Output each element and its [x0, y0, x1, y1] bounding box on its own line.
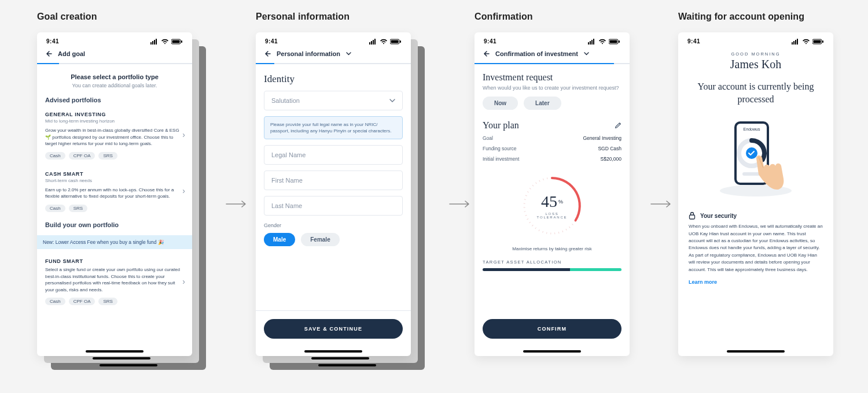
svg-rect-25	[797, 39, 798, 45]
allocation-bar	[483, 268, 621, 271]
salutation-select[interactable]: Salutation	[264, 91, 403, 110]
svg-rect-16	[591, 40, 593, 45]
header-personal-info: Personal information	[256, 47, 411, 63]
tag-cpfoa: CPF OA	[69, 152, 95, 160]
back-arrow-icon[interactable]	[45, 50, 52, 57]
portfolio-body: Earn up to 2.0% per annum with no lock-u…	[45, 187, 184, 200]
last-name-input[interactable]: Last Name	[264, 196, 403, 216]
invest-request-title: Investment request	[483, 72, 621, 83]
kv-src-val: SGD Cash	[598, 146, 621, 151]
svg-rect-23	[793, 41, 795, 45]
timing-later-chip[interactable]: Later	[524, 97, 561, 110]
svg-rect-8	[371, 41, 372, 45]
portfolio-title: CASH SMART	[45, 171, 184, 177]
back-arrow-icon[interactable]	[483, 50, 490, 57]
back-arrow-icon[interactable]	[264, 50, 271, 57]
portfolio-subtitle: Mid to long-term investing horizon	[45, 118, 184, 124]
status-time: 9:41	[46, 38, 59, 45]
svg-rect-3	[156, 39, 157, 45]
portfolio-title: GENERAL INVESTING	[45, 112, 184, 117]
step-label-info: Personal information	[256, 12, 427, 22]
portfolio-body: Select a single fund or create your own …	[45, 266, 184, 293]
processing-text: Your account is currently being processe…	[689, 80, 823, 105]
home-indicator	[523, 350, 581, 353]
phone-goal: 9:41 Add goal Please select a portfolio …	[37, 32, 192, 356]
battery-icon	[812, 39, 824, 45]
chevron-down-icon	[389, 99, 395, 102]
status-time: 9:41	[265, 38, 278, 45]
header-addgoal: Add goal	[37, 47, 192, 63]
tag-cash: Cash	[45, 205, 65, 212]
svg-rect-2	[154, 40, 155, 45]
svg-rect-28	[822, 40, 823, 43]
header-confirmation: Confirmation of investment	[475, 47, 630, 63]
chevron-down-icon[interactable]	[346, 52, 351, 55]
step-label-confirmation: Confirmation	[475, 12, 631, 22]
portfolio-cash-smart[interactable]: CASH SMART Short-term cash needs Earn up…	[45, 166, 184, 216]
salutation-placeholder: Salutation	[271, 97, 300, 104]
kv-goal-key: Goal	[483, 135, 493, 141]
home-indicator	[86, 350, 144, 353]
byo-label: Build your own portfolio	[45, 221, 184, 228]
edit-pencil-icon[interactable]	[615, 122, 621, 129]
flow-arrow-icon	[650, 200, 672, 208]
svg-rect-20	[619, 40, 620, 43]
identity-title: Identity	[264, 73, 403, 85]
legal-name-input[interactable]: Legal Name	[264, 145, 403, 165]
portfolio-fund-smart[interactable]: FUND SMART Select a single fund or creat…	[45, 254, 184, 309]
kv-init-key: Initial investment	[483, 156, 519, 162]
svg-rect-5	[172, 40, 180, 43]
portfolio-general-investing[interactable]: GENERAL INVESTING Mid to long-term inves…	[45, 107, 184, 163]
gender-male-chip[interactable]: Male	[264, 233, 295, 246]
chevron-down-icon[interactable]	[584, 52, 589, 55]
header-title: Add goal	[58, 50, 85, 57]
tag-cash: Cash	[45, 298, 65, 305]
svg-rect-17	[593, 39, 594, 45]
step-label-goal: Goal creation	[37, 12, 208, 22]
svg-rect-6	[181, 40, 182, 43]
learn-more-link[interactable]: Learn more	[689, 279, 823, 285]
allocation-label: TARGET ASSET ALLOCATION	[483, 259, 621, 265]
svg-rect-10	[374, 39, 376, 45]
invest-request-sub: When would you like us to create your in…	[483, 85, 621, 91]
confirm-button[interactable]: CONFIRM	[483, 319, 621, 339]
maximise-text: Maximise returns by taking greater risk	[483, 246, 621, 251]
phone-illustration: Endowus	[689, 117, 823, 198]
kv-init-val: S$20,000	[601, 156, 621, 162]
signal-icon	[792, 39, 800, 45]
status-bar: 9:41	[256, 32, 411, 47]
gauge-value: 45	[541, 192, 557, 210]
tag-srs: SRS	[98, 298, 117, 305]
lock-icon	[689, 212, 696, 220]
kv-goal-val: General Investing	[583, 135, 621, 141]
first-name-input[interactable]: First Name	[264, 170, 403, 190]
svg-rect-22	[792, 42, 793, 45]
status-time: 9:41	[687, 38, 700, 45]
wifi-icon	[161, 39, 169, 45]
save-continue-button[interactable]: SAVE & CONTINUE	[264, 319, 403, 339]
timing-now-chip[interactable]: Now	[483, 97, 518, 110]
signal-icon	[369, 39, 377, 45]
step-label-waiting: Waiting for account opening	[678, 12, 834, 22]
svg-rect-1	[152, 41, 153, 45]
svg-rect-27	[814, 40, 821, 43]
header-title: Personal information	[277, 50, 340, 57]
home-indicator	[304, 350, 362, 353]
user-name: James Koh	[689, 58, 823, 71]
wifi-icon	[598, 39, 606, 45]
name-hint: Please provide your full legal name as i…	[264, 116, 403, 139]
security-title: Your security	[700, 213, 737, 219]
tag-srs: SRS	[69, 205, 87, 212]
gender-label: Gender	[264, 223, 403, 228]
gender-female-chip[interactable]: Female	[301, 233, 339, 246]
promo-banner: New: Lower Access Fee when you buy a sin…	[37, 235, 192, 249]
battery-icon	[390, 39, 402, 45]
button-bar: SAVE & CONTINUE	[256, 310, 411, 347]
plan-title: Your plan	[483, 120, 519, 131]
security-body: When you onboard with Endowus, we will a…	[689, 223, 823, 273]
header-title: Confirmation of investment	[495, 50, 578, 57]
battery-icon	[609, 39, 620, 45]
signal-icon	[588, 39, 596, 45]
tag-cpfoa: CPF OA	[69, 298, 95, 305]
greeting-text: GOOD MORNING	[689, 51, 823, 57]
